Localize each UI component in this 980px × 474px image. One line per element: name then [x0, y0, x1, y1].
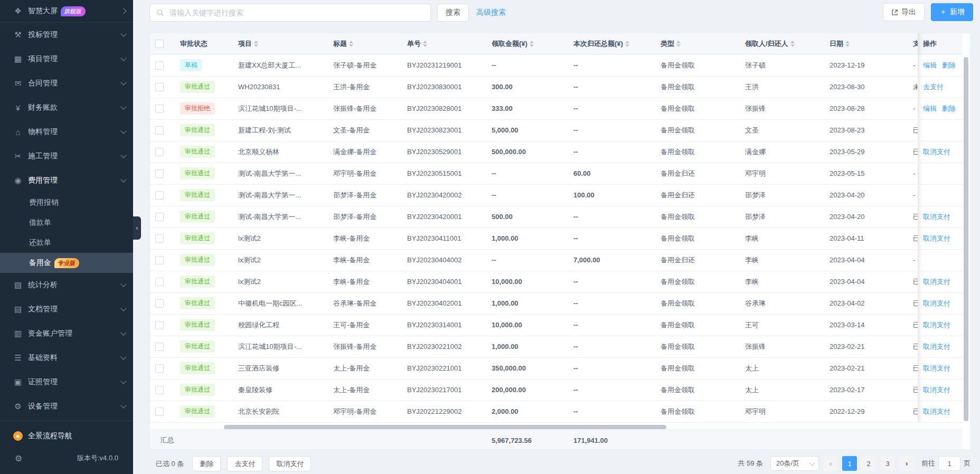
row-checkbox[interactable] — [155, 234, 164, 243]
page-button-1[interactable]: 1 — [842, 456, 857, 471]
sidebar-subitem-费用报销[interactable]: 费用报销 — [0, 193, 133, 213]
row-checkbox[interactable] — [155, 105, 164, 113]
sidebar-item-5[interactable]: ⌂物料管理 — [0, 120, 133, 144]
cancel-pay-link[interactable]: 取消支付 — [923, 386, 950, 394]
sort-icon[interactable] — [790, 41, 795, 47]
sort-icon[interactable] — [625, 41, 629, 47]
row-checkbox[interactable] — [155, 61, 164, 70]
row-checkbox[interactable] — [155, 321, 164, 329]
row-checkbox[interactable] — [155, 191, 164, 200]
delete-link[interactable]: 删除 — [942, 61, 956, 69]
cell-date: 2023-02-21 — [824, 357, 908, 379]
search-button[interactable]: 搜索 — [437, 4, 469, 22]
row-checkbox[interactable] — [155, 213, 164, 221]
edit-link[interactable]: 编辑 — [923, 61, 937, 69]
row-checkbox[interactable] — [155, 386, 164, 394]
sidebar-item-9[interactable]: ▤文档管理 — [0, 297, 133, 321]
sidebar-item-3[interactable]: ✉合同管理 — [0, 71, 133, 96]
search-input[interactable] — [168, 8, 424, 17]
sidebar-subitem-还款单[interactable]: 还款单 — [0, 233, 133, 253]
cancel-pay-link[interactable]: 取消支付 — [923, 299, 950, 307]
export-button[interactable]: 导出 — [883, 3, 925, 21]
select-all-checkbox[interactable] — [155, 40, 164, 48]
sort-icon[interactable] — [423, 41, 427, 47]
sidebar-menu: ❖智慧大屏旗舰版⚒投标管理▦项目管理✉合同管理¥财务账款⌂物料管理✂施工管理◉费… — [0, 0, 133, 421]
cancel-pay-link[interactable]: 取消支付 — [923, 343, 950, 350]
row-checkbox[interactable] — [155, 148, 164, 156]
cell-project: 北京顺义杨林 — [233, 141, 328, 163]
sidebar-item-process-navigation[interactable]: ◆ 全景流程导航 — [0, 424, 133, 448]
cell-pay-status: 已 — [908, 336, 918, 357]
sort-icon[interactable] — [349, 41, 353, 47]
edit-link[interactable]: 编辑 — [923, 105, 937, 112]
prev-page-button[interactable]: ‹ — [823, 456, 838, 471]
column-header-2[interactable]: 标题 — [328, 33, 402, 54]
row-checkbox[interactable] — [155, 364, 164, 373]
column-header-4[interactable]: 领取金额(¥) — [486, 33, 568, 54]
column-header-1[interactable]: 项目 — [233, 33, 328, 54]
sidebar-item-1[interactable]: ⚒投标管理 — [0, 23, 133, 47]
column-header-label: 审批状态 — [180, 40, 208, 48]
cell-title: 张振锋-备用金 — [328, 336, 402, 357]
sidebar-item-12[interactable]: ▣证照管理 — [0, 370, 133, 394]
sidebar-item-6[interactable]: ✂施工管理 — [0, 144, 133, 168]
advanced-search-link[interactable]: 高级搜索 — [476, 8, 506, 17]
sidebar-item-11[interactable]: ☰基础资料 — [0, 346, 133, 370]
sidebar-collapse-handle[interactable]: ‹ — [133, 216, 141, 240]
cell-date: 2023-08-30 — [824, 76, 908, 98]
page-button-2[interactable]: 2 — [861, 456, 876, 471]
row-checkbox[interactable] — [155, 83, 164, 91]
cancel-pay-link[interactable]: 取消支付 — [923, 364, 950, 372]
pay-link[interactable]: 去支付 — [923, 83, 944, 91]
column-header-6[interactable]: 类型 — [655, 33, 740, 54]
column-header-7[interactable]: 领取人/归还人 — [740, 33, 824, 54]
cancel-pay-button[interactable]: 取消支付 — [269, 456, 311, 471]
column-header-3[interactable]: 单号 — [402, 33, 486, 54]
cancel-pay-link[interactable]: 取消支付 — [923, 407, 950, 415]
sort-icon[interactable] — [254, 41, 258, 47]
next-page-button[interactable]: › — [899, 456, 914, 471]
sidebar-item-2[interactable]: ▦项目管理 — [0, 47, 133, 71]
chevron-down-icon — [120, 305, 126, 311]
column-header-5[interactable]: 本次归还总额(¥) — [568, 33, 655, 54]
row-checkbox[interactable] — [155, 299, 164, 308]
sidebar-item-label: 费用管理 — [28, 176, 58, 185]
page-size-select[interactable]: 20条/页 — [770, 456, 819, 471]
cancel-pay-link[interactable]: 取消支付 — [923, 278, 950, 286]
cell-type: 备用金领取 — [655, 206, 740, 227]
sidebar-footer: ◆ 全景流程导航 ⚙ 版本号:v4.0.0 — [0, 421, 133, 474]
sidebar-item-8[interactable]: ▧统计分析 — [0, 273, 133, 297]
pay-button[interactable]: 去支付 — [227, 456, 262, 471]
sort-icon[interactable] — [530, 41, 534, 47]
cancel-pay-link[interactable]: 取消支付 — [923, 213, 950, 221]
sidebar-item-7[interactable]: ◉费用管理 — [0, 168, 133, 193]
sidebar-item-0[interactable]: ❖智慧大屏旗舰版 — [0, 0, 133, 22]
row-checkbox[interactable] — [155, 256, 164, 264]
sidebar-item-10[interactable]: ▥资金账户管理 — [0, 321, 133, 346]
row-checkbox[interactable] — [155, 278, 164, 286]
page-button-3[interactable]: 3 — [880, 456, 895, 471]
settings-gear-icon[interactable]: ⚙ — [15, 453, 22, 463]
cell-title: 李峡-备用金 — [328, 271, 402, 292]
row-checkbox[interactable] — [155, 169, 164, 178]
cancel-pay-link[interactable]: 取消支付 — [923, 321, 950, 329]
column-header-8[interactable]: 日期 — [824, 33, 908, 54]
search-box[interactable] — [149, 4, 431, 22]
delete-link[interactable]: 删除 — [942, 105, 956, 112]
cancel-pay-link[interactable]: 取消支付 — [923, 234, 950, 242]
sidebar-item-4[interactable]: ¥财务账款 — [0, 96, 133, 120]
delete-button[interactable]: 删除 — [192, 456, 221, 471]
cell-project: 测试-南昌大学第一... — [233, 206, 328, 227]
sidebar-subitem-借款单[interactable]: 借款单 — [0, 213, 133, 233]
sort-icon[interactable] — [676, 41, 681, 47]
cancel-pay-link[interactable]: 取消支付 — [923, 148, 950, 156]
row-checkbox[interactable] — [155, 126, 164, 135]
sort-icon[interactable] — [845, 41, 850, 47]
add-button[interactable]: ＋ 新增 — [931, 3, 973, 21]
sidebar-subitem-备用金[interactable]: 备用金专业版 — [0, 253, 133, 273]
vertical-scrollbar[interactable] — [964, 57, 968, 421]
row-checkbox[interactable] — [155, 407, 164, 416]
goto-page-input[interactable] — [938, 456, 960, 471]
row-checkbox[interactable] — [155, 343, 164, 351]
sidebar-item-13[interactable]: ⚙设备管理 — [0, 394, 133, 419]
